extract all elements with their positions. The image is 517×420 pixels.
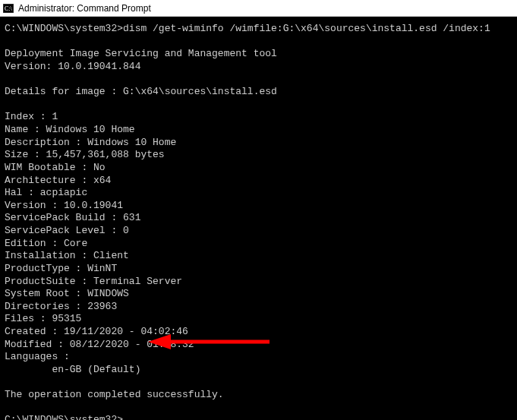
blank-line — [5, 74, 512, 87]
field-description: Description : Windows 10 Home — [5, 137, 512, 150]
blank-line — [5, 99, 512, 112]
field-name: Name : Windows 10 Home — [5, 124, 512, 137]
field-installation: Installation : Client — [5, 250, 512, 263]
field-files: Files : 95315 — [5, 313, 512, 326]
command-text: dism /get-wiminfo /wimfile:G:\x64\source… — [123, 23, 490, 34]
completion-message: The operation completed successfully. — [5, 389, 512, 402]
window-title: Administrator: Command Prompt — [18, 3, 151, 14]
field-producttype: ProductType : WinNT — [5, 263, 512, 276]
blank-line — [5, 402, 512, 415]
blank-line — [5, 36, 512, 49]
prompt-line-2: C:\WINDOWS\system32> — [5, 414, 512, 420]
field-languages: Languages : — [5, 351, 512, 364]
tool-header: Deployment Image Servicing and Managemen… — [5, 48, 512, 61]
field-systemroot: System Root : WINDOWS — [5, 288, 512, 301]
prompt-path: C:\WINDOWS\system32> — [5, 23, 123, 34]
blank-line — [5, 377, 512, 390]
field-version: Version : 10.0.19041 — [5, 200, 512, 213]
svg-text:C:\: C:\ — [5, 5, 13, 12]
tool-version: Version: 10.0.19041.844 — [5, 61, 512, 74]
title-bar: C:\ Administrator: Command Prompt — [0, 0, 517, 17]
field-productsuite: ProductSuite : Terminal Server — [5, 276, 512, 289]
field-servicepack-build: ServicePack Build : 631 — [5, 212, 512, 225]
prompt-line: C:\WINDOWS\system32>dism /get-wiminfo /w… — [5, 23, 512, 36]
field-architecture: Architecture : x64 — [5, 175, 512, 188]
field-language-value: en-GB (Default) — [5, 364, 512, 377]
field-wimbootable: WIM Bootable : No — [5, 162, 512, 175]
field-size: Size : 15,457,361,088 bytes — [5, 149, 512, 162]
field-directories: Directories : 23963 — [5, 301, 512, 314]
field-hal: Hal : acpiapic — [5, 187, 512, 200]
terminal-body[interactable]: C:\WINDOWS\system32>dism /get-wiminfo /w… — [0, 17, 517, 420]
svg-marker-3 — [148, 334, 171, 349]
field-index: Index : 1 — [5, 111, 512, 124]
field-edition: Edition : Core — [5, 238, 512, 251]
annotation-arrow-icon — [148, 334, 270, 349]
terminal-icon: C:\ — [3, 3, 14, 14]
field-servicepack-level: ServicePack Level : 0 — [5, 225, 512, 238]
details-header: Details for image : G:\x64\sources\insta… — [5, 86, 512, 99]
